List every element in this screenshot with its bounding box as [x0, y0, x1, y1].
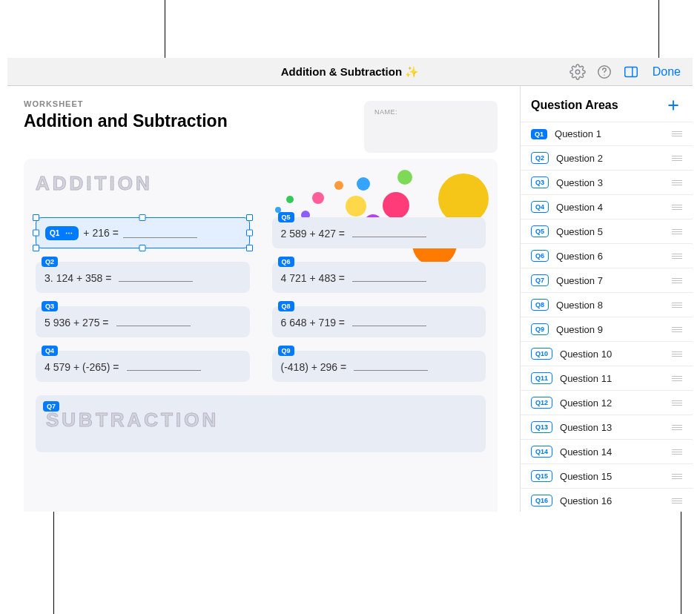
question-list-item[interactable]: Q9Question 9	[521, 317, 693, 342]
more-icon[interactable]: ⋯	[64, 229, 74, 237]
question-list-label: Question 12	[560, 397, 664, 409]
callout-line	[53, 512, 54, 614]
question-text: 4721 + 483 =	[281, 271, 427, 284]
help-icon	[596, 64, 612, 80]
question-list-item[interactable]: Q10Question 10	[521, 342, 693, 366]
question-area-selected[interactable]: Q1⋯+ 216 =	[36, 217, 250, 248]
drag-handle-icon[interactable]	[672, 278, 682, 283]
question-tag: Q5	[278, 212, 294, 222]
decorative-bubble	[383, 192, 409, 219]
answer-blank	[116, 316, 191, 326]
drag-handle-icon[interactable]	[672, 376, 682, 381]
drag-handle-icon[interactable]	[672, 131, 682, 136]
question-list-label: Question 2	[556, 153, 664, 164]
drag-handle-icon[interactable]	[672, 303, 682, 308]
question-list-item[interactable]: Q5Question 5	[521, 219, 693, 244]
drag-handle-icon[interactable]	[672, 400, 682, 406]
drag-handle-icon[interactable]	[672, 229, 682, 234]
decorative-bubble	[286, 196, 294, 203]
question-area[interactable]: Q52589 + 427 =	[272, 217, 486, 248]
answer-blank	[123, 228, 197, 238]
drag-handle-icon[interactable]	[672, 156, 682, 161]
question-list-item[interactable]: Q8Question 8	[521, 293, 693, 317]
question-list-item[interactable]: Q11Question 11	[521, 366, 693, 391]
selection-handle[interactable]	[33, 214, 39, 221]
question-list-label: Question 11	[560, 373, 664, 384]
sidebar-icon	[623, 64, 639, 80]
answer-blank	[352, 227, 426, 237]
worksheet-title: Addition and Subtraction	[24, 111, 228, 131]
help-button[interactable]	[592, 59, 617, 85]
question-list-item[interactable]: Q6Question 6	[521, 244, 693, 268]
drag-handle-icon[interactable]	[672, 425, 682, 430]
selection-handle[interactable]	[139, 214, 146, 221]
question-list-label: Question 4	[556, 202, 664, 213]
decorative-bubble	[438, 174, 489, 224]
selection-handle[interactable]	[246, 214, 253, 221]
question-text: 5936 + 275 =	[44, 316, 191, 329]
question-list-item[interactable]: Q13Question 13	[521, 415, 693, 440]
answer-blank	[119, 271, 193, 282]
question-list-item[interactable]: Q4Question 4	[521, 195, 693, 219]
selection-handle[interactable]	[33, 245, 39, 251]
selection-handle[interactable]	[33, 230, 39, 237]
section-subtraction-title: SUBTRACTION	[46, 409, 475, 432]
drag-handle-icon[interactable]	[672, 498, 682, 504]
decorative-bubble	[334, 181, 343, 190]
worksheet-canvas[interactable]: WORKSHEET Addition and Subtraction NAME:…	[7, 86, 521, 512]
question-badge: Q9	[531, 323, 549, 335]
question-list-item[interactable]: Q12Question 12	[521, 391, 693, 415]
selected-question-pill[interactable]: Q1⋯	[45, 226, 79, 240]
question-list-label: Question 9	[556, 324, 664, 335]
question-tag: Q9	[278, 346, 294, 356]
question-list-item[interactable]: Q3Question 3	[521, 171, 693, 195]
question-tag: Q2	[42, 257, 58, 267]
question-text: 6648 + 719 =	[281, 316, 427, 329]
question-areas-sidebar: Question Areas Q1Question 1Q2Question 2Q…	[521, 86, 693, 512]
drag-handle-icon[interactable]	[672, 254, 682, 259]
question-list-item[interactable]: Q1Question 1	[521, 122, 693, 146]
decorative-bubble	[397, 170, 412, 185]
question-tag: Q8	[278, 301, 294, 311]
question-badge: Q1	[531, 129, 547, 139]
question-list-label: Question 1	[555, 128, 664, 139]
question-tag: Q4	[42, 346, 58, 356]
question-area[interactable]: Q35936 + 275 =	[36, 306, 250, 337]
question-badge: Q6	[531, 250, 549, 262]
plus-icon	[666, 98, 681, 113]
question-tag: Q3	[42, 301, 58, 311]
drag-handle-icon[interactable]	[672, 205, 682, 210]
decorative-bubble	[312, 192, 324, 204]
question-area[interactable]: Q86648 + 719 =	[272, 306, 486, 337]
drag-handle-icon[interactable]	[672, 449, 682, 455]
question-badge: Q12	[531, 397, 552, 409]
question-area[interactable]: Q64721 + 483 =	[272, 262, 486, 293]
question-list-item[interactable]: Q7Question 7	[521, 268, 693, 293]
sidebar-toggle-button[interactable]	[618, 59, 644, 85]
question-list-label: Question 14	[560, 446, 664, 458]
name-label: NAME:	[374, 108, 487, 116]
question-badge: Q16	[531, 495, 552, 506]
add-question-area-button[interactable]	[664, 96, 682, 114]
settings-button[interactable]	[565, 59, 590, 85]
decorative-bubble	[357, 177, 370, 191]
question-area[interactable]: Q23.124 + 358 =	[36, 262, 250, 293]
answer-blank	[354, 360, 428, 371]
selection-handle[interactable]	[246, 230, 253, 237]
question-list-item[interactable]: Q16Question 16	[521, 489, 693, 512]
done-button[interactable]: Done	[645, 65, 688, 79]
question-list-item[interactable]: Q2Question 2	[521, 146, 693, 171]
question-list-label: Question 7	[556, 275, 664, 286]
question-area-subtraction[interactable]: Q7 SUBTRACTION	[36, 395, 486, 452]
question-list-item[interactable]: Q14Question 14	[521, 440, 693, 464]
drag-handle-icon[interactable]	[672, 351, 682, 357]
drag-handle-icon[interactable]	[672, 474, 682, 479]
selection-handle[interactable]	[246, 245, 253, 251]
question-area[interactable]: Q44579 + (-265) =	[36, 351, 250, 382]
drag-handle-icon[interactable]	[672, 327, 682, 332]
selection-handle[interactable]	[139, 245, 146, 251]
drag-handle-icon[interactable]	[672, 180, 682, 185]
question-tag: Q7	[43, 401, 59, 412]
question-list-item[interactable]: Q15Question 15	[521, 464, 693, 489]
question-area[interactable]: Q9(-418) + 296 =	[272, 351, 486, 382]
